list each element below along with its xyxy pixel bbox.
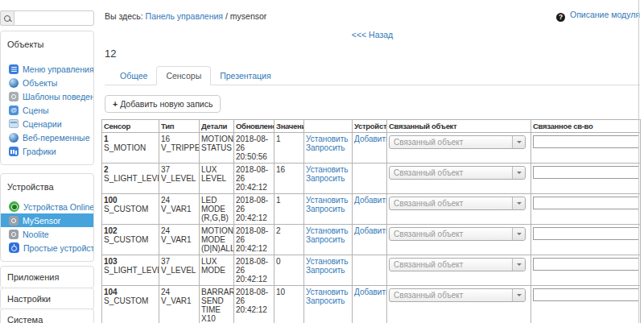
breadcrumb-link-control-panel[interactable]: Панель управления <box>146 11 223 21</box>
online-status-icon <box>9 201 19 212</box>
sidebar-item-behavior-templates[interactable]: Шаблоны поведения <box>1 89 93 103</box>
updated-cell: 2018-08-26 20:42:12 <box>234 194 275 225</box>
chevron-down-icon <box>512 197 525 209</box>
sensor-type: S_CUSTOM <box>104 296 157 305</box>
web-variables-icon <box>9 133 19 143</box>
request-link[interactable]: Запросить <box>306 266 350 275</box>
sensor-type: S_MOTION <box>104 143 157 152</box>
add-device-link[interactable]: Добавить <box>354 196 385 205</box>
search-addon <box>0 10 14 26</box>
type-id: 37 <box>161 257 197 266</box>
sidebar-section-objects: Объекты Меню управления Объекты Шаблоны … <box>0 31 94 165</box>
search-input[interactable] <box>14 10 94 26</box>
add-device-link[interactable]: Добавить <box>354 288 385 296</box>
type-id: 16 <box>161 135 197 143</box>
linked-property-input[interactable] <box>533 258 639 271</box>
type-name: V_VAR1 <box>161 235 197 244</box>
section-header-devices[interactable]: Устройства <box>1 174 93 198</box>
sidebar-section-system: Система <box>0 309 94 323</box>
sidebar-item-scenarios[interactable]: Сценарии <box>1 117 93 130</box>
add-device-link[interactable]: Добавить <box>354 135 385 143</box>
col-linked-object: Связанный объект <box>387 120 531 133</box>
linked-object-select[interactable]: Связанный объект <box>389 258 526 271</box>
request-link[interactable]: Запросить <box>306 143 350 152</box>
request-link[interactable]: Запросить <box>306 205 350 213</box>
linked-object-select[interactable]: Связанный объект <box>389 227 526 241</box>
sensor-type: S_LIGHT_LEVEL <box>104 174 157 183</box>
sidebar-item-scenes[interactable]: Сцены <box>1 103 93 117</box>
tab-general[interactable]: Общее <box>111 67 156 85</box>
type-name: V_LEVEL <box>161 266 197 275</box>
updated-cell: 2018-08-26 20:42:12 <box>234 225 275 255</box>
chevron-down-icon <box>512 259 525 271</box>
linked-object-select[interactable]: Связанный объект <box>389 135 526 149</box>
scenarios-icon <box>9 119 19 128</box>
sidebar-item-control-menu[interactable]: Меню управления <box>1 62 93 76</box>
linked-property-input[interactable] <box>533 166 639 179</box>
linked-property-input[interactable] <box>533 197 639 209</box>
back-link[interactable]: <<< Назад <box>352 30 393 39</box>
linked-property-input[interactable] <box>533 288 639 301</box>
set-link[interactable]: Установить <box>306 288 350 296</box>
section-header-system[interactable]: Система <box>1 309 93 323</box>
linked-object-select[interactable]: Связанный объект <box>389 197 526 210</box>
module-icon <box>9 216 19 226</box>
sidebar-item-objects[interactable]: Объекты <box>1 76 93 89</box>
set-link[interactable]: Установить <box>306 165 350 174</box>
type-id: 24 <box>161 288 197 296</box>
set-link[interactable]: Установить <box>306 196 350 205</box>
sidebar-item-charts[interactable]: Графики <box>1 144 93 158</box>
set-link[interactable]: Установить <box>306 135 350 143</box>
sidebar-item-devices-online[interactable]: Устройства Online <box>1 200 93 213</box>
linked-object-select[interactable]: Связанный объект <box>389 288 526 302</box>
add-record-button[interactable]: +Добавить новую запись <box>105 95 221 113</box>
sidebar-item-web-variables[interactable]: Веб-переменные <box>1 130 93 144</box>
record-count: 12 <box>105 48 640 60</box>
value-cell: 10 <box>275 286 304 323</box>
breadcrumb: Вы здесь: Панель управления / mysensor О… <box>105 10 640 22</box>
table-row: 104S_CUSTOM 24V_VAR1 BARRARY SEND TIME X… <box>102 286 641 323</box>
request-link[interactable]: Запросить <box>306 235 350 244</box>
set-link[interactable]: Установить <box>306 226 350 235</box>
type-id: 24 <box>161 226 197 235</box>
tab-presentation[interactable]: Презентация <box>211 67 279 85</box>
request-link[interactable]: Запросить <box>306 296 350 305</box>
sidebar-section-devices: Устройства Устройства Online MySensor No… <box>0 173 94 262</box>
section-header-objects[interactable]: Объекты <box>1 31 93 56</box>
col-sensor: Сенсор <box>102 120 159 133</box>
plus-icon: + <box>113 99 118 109</box>
linked-property-input[interactable] <box>533 227 639 240</box>
updated-cell: 2018-08-26 20:50:56 <box>234 133 275 164</box>
sidebar-item-simple-devices[interactable]: Простые устройства <box>1 241 93 255</box>
request-link[interactable]: Запросить <box>306 174 350 183</box>
sidebar-item-noolite[interactable]: Noolite <box>1 227 93 241</box>
set-link[interactable]: Установить <box>306 257 350 266</box>
scenes-icon <box>9 106 19 115</box>
linked-property-input[interactable] <box>533 135 639 148</box>
value-cell: 1 <box>275 133 304 164</box>
tab-sensors[interactable]: Сенсоры <box>156 66 211 85</box>
table-row: 100S_CUSTOM 24V_VAR1 LED MODE (R,G,B) 20… <box>102 194 641 225</box>
sidebar-section-settings: Настройки <box>0 288 94 310</box>
table-row: 103S_LIGHT_LEVEL 37V_LEVEL LUX MODE 2018… <box>102 255 641 286</box>
tab-bar: Общее Сенсоры Презентация <box>105 66 640 85</box>
module-description-link[interactable]: Описание модуля <box>570 10 640 19</box>
chevron-down-icon <box>512 289 525 301</box>
sidebar-item-mysensor[interactable]: MySensor <box>1 213 93 227</box>
details-cell: BARRARY SEND TIME X10 <box>200 286 234 323</box>
details-cell: LUX MODE <box>200 255 234 286</box>
search-icon <box>4 15 10 22</box>
type-name: V_VAR1 <box>161 296 197 305</box>
power-icon <box>9 242 19 253</box>
value-cell: 1 <box>275 194 304 225</box>
table-header-row: Сенсор Тип Детали Обновлено Значение Уст… <box>102 120 641 133</box>
col-updated: Обновлено <box>234 120 275 133</box>
table-row: 2S_LIGHT_LEVEL 37V_LEVEL LUX LEVEL 2018-… <box>102 164 641 194</box>
details-cell: LUX LEVEL <box>200 164 234 194</box>
add-device-link[interactable]: Добавить <box>354 226 385 235</box>
section-header-settings[interactable]: Настройки <box>1 288 93 309</box>
chevron-down-icon <box>512 167 525 179</box>
section-header-applications[interactable]: Приложения <box>1 267 93 288</box>
sidebar-search <box>0 10 94 26</box>
linked-object-select[interactable]: Связанный объект <box>389 166 526 180</box>
